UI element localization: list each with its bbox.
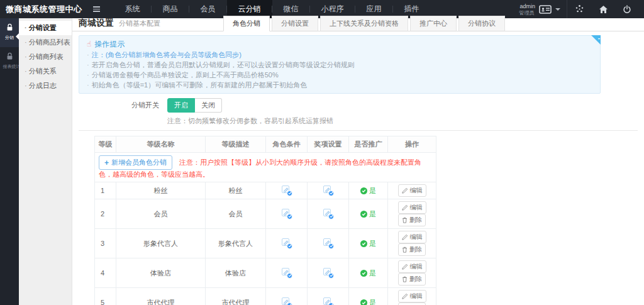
col-level-desc: 等级描述: [206, 136, 266, 153]
award-settings-icon[interactable]: [323, 297, 333, 305]
table-toolbar-row: +新增会员角色分销 注意：用户按照【等级】从小到大的顺序升级，请按照角色的高级程…: [95, 153, 436, 182]
sidebar-submenu: ·分销设置 ·分销商品列表 ·分销商列表 ·分销关系 ·分成日志: [19, 18, 72, 305]
home-icon[interactable]: [591, 0, 615, 18]
edit-button[interactable]: 编辑: [398, 290, 426, 302]
lock-icon: [6, 23, 14, 31]
col-role-condition: 角色条件: [266, 136, 308, 153]
switch-off-button[interactable]: 关闭: [195, 98, 222, 113]
desc-cell: 会员: [206, 199, 266, 229]
tab-promotion-center[interactable]: 推广中心: [410, 16, 457, 31]
nav-item-members[interactable]: 会员: [189, 0, 227, 18]
sidebar-item-distribution-goods[interactable]: ·分销商品列表: [19, 35, 72, 50]
award-settings-icon[interactable]: [323, 268, 333, 277]
hand-icon: ☝: [87, 40, 91, 48]
tip-line: ·分销返佣金额每个商品单独设定，原则上不高于商品价格50%: [87, 71, 592, 79]
role-condition-icon[interactable]: [282, 209, 291, 218]
edit-button[interactable]: 编辑: [398, 184, 426, 197]
edit-icon: [402, 204, 408, 211]
distribution-switch-row: 分销开关 开启 关闭: [79, 98, 638, 113]
plus-icon: +: [104, 160, 109, 166]
username: admin: [518, 3, 535, 9]
promote-status-badge: 是: [360, 298, 376, 305]
table-header-row: 等级 等级名称 等级描述 角色条件 奖项设置 是否推广 操作: [95, 136, 436, 153]
check-icon: [360, 299, 367, 305]
sidebar-item-distributor-list[interactable]: ·分销商列表: [19, 50, 72, 64]
tab-distribution-settings[interactable]: 分销设置: [272, 16, 318, 31]
level-cell: 4: [95, 258, 116, 288]
table-row: 1 粉丝 粉丝 是 编辑: [95, 182, 436, 199]
module-label: 分销: [3, 35, 16, 41]
clear-cache-icon[interactable]: [567, 0, 591, 18]
add-role-button[interactable]: +新增会员角色分销: [99, 155, 172, 170]
check-icon: [360, 187, 367, 194]
role-condition-icon[interactable]: [282, 297, 291, 305]
delete-button[interactable]: 删除: [398, 214, 426, 226]
delete-icon: [402, 276, 408, 282]
name-cell: 市代代理: [116, 288, 206, 305]
roles-table: 等级 等级名称 等级描述 角色条件 奖项设置 是否推广 操作 +新增会员角: [94, 136, 436, 305]
edit-button[interactable]: 编辑: [398, 260, 426, 273]
edit-button[interactable]: 编辑: [398, 231, 426, 243]
sidebar-module-reports[interactable]: 报表统计: [0, 47, 19, 76]
page-title: 商城设置: [79, 18, 114, 31]
table-row: 5 市代代理 市代代理 是 编辑删除: [95, 288, 436, 305]
collapse-corner-icon[interactable]: -: [591, 35, 601, 45]
sidebar-item-commission-log[interactable]: ·分成日志: [19, 79, 72, 93]
delete-button[interactable]: 删除: [398, 302, 426, 305]
content-header: 商城设置 分销基本配置 角色分销 分销设置 上下线关系及分销资格 推广中心 分销…: [72, 18, 644, 31]
tab-bar: 角色分销 分销设置 上下线关系及分销资格 推广中心 分销协议: [223, 16, 507, 31]
sidebar-modules: 分销 报表统计: [0, 18, 19, 305]
main-content: 商城设置 分销基本配置 角色分销 分销设置 上下线关系及分销资格 推广中心 分销…: [72, 18, 644, 305]
roles-table-wrap: 等级 等级名称 等级描述 角色条件 奖项设置 是否推广 操作 +新增会员角: [94, 136, 638, 305]
tab-updownline-qualification[interactable]: 上下线关系及分销资格: [320, 16, 408, 31]
delete-icon: [402, 217, 408, 223]
delete-button[interactable]: 删除: [398, 243, 426, 256]
col-promote: 是否推广: [349, 136, 388, 153]
promote-status-badge: 是: [360, 269, 376, 278]
delete-button[interactable]: 删除: [398, 273, 426, 286]
edit-icon: [402, 263, 408, 270]
col-actions: 操作: [388, 136, 436, 153]
check-icon: [360, 270, 367, 277]
table-row: 3 形象代言人 形象代言人 是 编辑删除: [95, 229, 436, 258]
page: 微商城系统管理中心 系统 商品 会员 云分销 微信 小程序 应用 插件 admi…: [0, 0, 644, 305]
role-condition-icon[interactable]: [282, 268, 291, 277]
desc-cell: 形象代言人: [206, 229, 266, 258]
tab-distribution-agreement[interactable]: 分销协议: [458, 16, 505, 31]
user-card-icon[interactable]: [539, 4, 552, 14]
col-level-name: 等级名称: [116, 136, 206, 153]
power-icon[interactable]: [615, 0, 639, 18]
col-award-settings: 奖项设置: [308, 136, 349, 153]
sidebar-item-distribution-relations[interactable]: ·分销关系: [19, 64, 72, 79]
sidebar-module-distribution[interactable]: 分销: [0, 18, 19, 47]
tips-title-row: ☝ 操作提示: [87, 39, 592, 49]
edit-button[interactable]: 编辑: [398, 201, 426, 214]
edit-icon: [402, 293, 408, 299]
award-settings-icon[interactable]: [323, 186, 333, 195]
award-settings-icon[interactable]: [323, 209, 333, 218]
role-condition-icon[interactable]: [282, 186, 291, 195]
topbar-right: admin 管理员: [518, 0, 644, 18]
name-cell: 粉丝: [116, 182, 206, 199]
tip-line: ·若开启角色分销，普通会员启用默认分销规则，还可以去设置分销商等级设定分销规则: [87, 61, 592, 69]
sidebar-item-distribution-settings[interactable]: ·分销设置: [19, 21, 72, 35]
role-condition-icon[interactable]: [282, 238, 291, 248]
lock-icon: [6, 52, 14, 60]
promote-status-badge: 是: [360, 186, 376, 196]
nav-item-system[interactable]: 系统: [114, 0, 152, 18]
tab-role-distribution[interactable]: 角色分销: [223, 16, 270, 31]
module-label: 报表统计: [3, 64, 16, 70]
level-cell: 3: [95, 229, 116, 258]
award-settings-icon[interactable]: [323, 238, 333, 248]
nav-item-goods[interactable]: 商品: [152, 0, 189, 18]
chevron-down-icon[interactable]: [555, 8, 560, 11]
switch-note: 注意：切勿频繁修改分佣参数，容易引起系统运算报错: [167, 116, 638, 126]
user-info: admin 管理员: [518, 3, 535, 16]
name-cell: 体验店: [116, 258, 206, 288]
hamburger-icon[interactable]: [89, 0, 105, 18]
name-cell: 形象代言人: [116, 229, 206, 258]
switch-on-button[interactable]: 开启: [167, 98, 195, 113]
check-icon: [360, 240, 367, 247]
desc-cell: 市代代理: [206, 288, 266, 305]
delete-icon: [402, 247, 408, 253]
